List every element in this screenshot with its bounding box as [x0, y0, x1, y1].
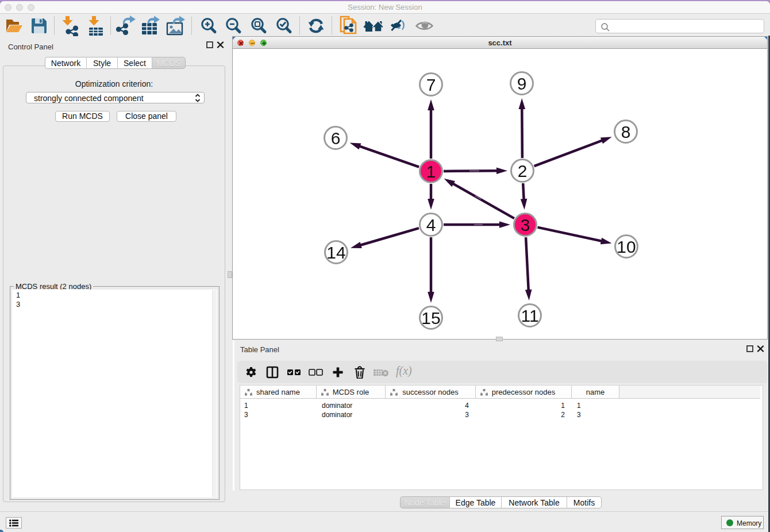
svg-text:2: 2	[518, 161, 528, 180]
svg-text:14: 14	[326, 243, 345, 262]
svg-text:9: 9	[517, 74, 527, 93]
svg-text:1: 1	[426, 162, 436, 181]
svg-text:4: 4	[426, 215, 436, 234]
svg-text:7: 7	[426, 75, 436, 94]
svg-text:8: 8	[621, 122, 631, 141]
svg-text:10: 10	[617, 237, 636, 256]
svg-text:6: 6	[331, 129, 341, 148]
svg-text:11: 11	[521, 306, 538, 325]
svg-text:3: 3	[521, 215, 530, 234]
svg-text:15: 15	[421, 309, 440, 327]
